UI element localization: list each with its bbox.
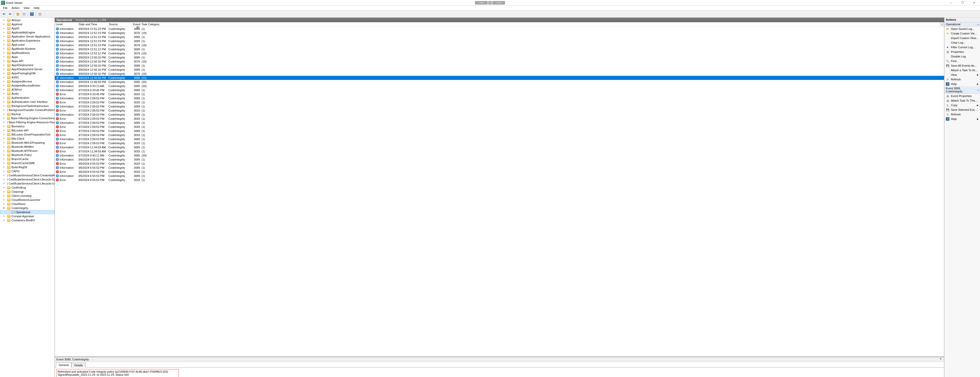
- event-row[interactable]: Information3/8/2024 12:51:23 PMCodeInteg…: [55, 31, 944, 35]
- action-open-saved-log[interactable]: 📂Open Saved Log...: [944, 27, 980, 31]
- event-row[interactable]: Information3/7/2024 2:09:53 PMCodeIntegr…: [55, 137, 944, 141]
- event-row[interactable]: Error3/6/2024 6:55:53 PMCodeIntegrity303…: [55, 170, 944, 174]
- tree-item-containers-bindflt[interactable]: Containers-BindFlt: [0, 218, 54, 222]
- tree-item-bitlocker-api[interactable]: BitLocker-API: [0, 128, 54, 133]
- tree-item-ataport[interactable]: ATAPort: [0, 88, 54, 92]
- tree-item-bluetooth-bthmini[interactable]: Bluetooth-BthMini: [0, 145, 54, 149]
- action-attach-task-to-this-event[interactable]: ▤Attach Task To This Event...: [944, 98, 980, 103]
- event-grid[interactable]: Level Date and Time Source Event ID Task…: [55, 22, 944, 356]
- action-event-properties[interactable]: ▤Event Properties: [944, 94, 980, 98]
- tree-item-cloudrestorelauncher[interactable]: CloudRestoreLauncher: [0, 198, 54, 202]
- event-row[interactable]: Information3/8/2024 9:33:13 AMCodeIntegr…: [55, 84, 944, 88]
- event-row[interactable]: Error3/7/2024 5:33:45 PMCodeIntegrity303…: [55, 92, 944, 96]
- collapse-icon[interactable]: ▴: [977, 89, 978, 91]
- tree-item-appid[interactable]: AppID: [0, 26, 54, 30]
- tree-item-appxdeployment-server[interactable]: AppXDeployment-Server: [0, 67, 54, 71]
- action-properties[interactable]: ▤Properties: [944, 50, 980, 54]
- event-row[interactable]: Information3/8/2024 12:49:59 PMCodeInteg…: [55, 80, 944, 84]
- tab-general[interactable]: General: [56, 363, 72, 367]
- col-eventid[interactable]: Event ID: [132, 22, 140, 27]
- event-row[interactable]: Information3/6/2024 6:55:53 PMCodeIntegr…: [55, 166, 944, 170]
- tree-item-base-filtering-engine-connections[interactable]: Base-Filtering-Engine-Connections: [0, 116, 54, 120]
- tree-item-applicabilityengine[interactable]: ApplicabilityEngine: [0, 30, 54, 34]
- tree-item-compat-appraiser[interactable]: Compat-Appraiser: [0, 214, 54, 218]
- action-save-all-events-as[interactable]: 💾Save All Events As...: [944, 63, 980, 68]
- event-row[interactable]: Error3/7/2024 2:09:53 PMCodeIntegrity303…: [55, 125, 944, 129]
- tree-item-audio[interactable]: Audio: [0, 92, 54, 96]
- tree-item-alljoyn[interactable]: AllJoyn: [0, 18, 54, 22]
- show-hide-tree-button[interactable]: ▦: [15, 11, 21, 17]
- minimize-button[interactable]: —: [945, 0, 956, 5]
- tree-item-capi2[interactable]: CAPI2: [0, 169, 54, 173]
- event-row[interactable]: Information3/8/2024 12:51:12 PMCodeInteg…: [55, 51, 944, 55]
- event-row[interactable]: Information3/8/2024 12:51:23 PMCodeInteg…: [55, 43, 944, 47]
- action-disable-log[interactable]: Disable Log: [944, 54, 980, 59]
- tree-item-authentication[interactable]: Authentication: [0, 96, 54, 100]
- action-import-custom-view[interactable]: Import Custom View...: [944, 36, 980, 40]
- tree-item-apps[interactable]: Apps: [0, 55, 54, 59]
- event-row[interactable]: Information3/8/2024 12:51:23 PMCodeInteg…: [55, 39, 944, 43]
- maximize-button[interactable]: ❐: [956, 0, 968, 5]
- tree-item-cloudstore[interactable]: CloudStore: [0, 202, 54, 206]
- tree-item-client-licensing[interactable]: Client-Licensing: [0, 194, 54, 198]
- action-refresh[interactable]: ↻Refresh: [944, 77, 980, 81]
- tree-item-codeintegrity[interactable]: CodeIntegrity: [0, 206, 54, 210]
- tree-item-asn1[interactable]: ASN1: [0, 75, 54, 79]
- event-row[interactable]: Error3/7/2024 2:09:53 PMCodeIntegrity303…: [55, 100, 944, 104]
- action-clear-log[interactable]: Clear Log...: [944, 40, 980, 45]
- navigation-tree[interactable]: AllJoynAppHostAppIDApplicabilityEngineAp…: [0, 18, 55, 377]
- properties-toolbar-button[interactable]: ▤: [21, 11, 27, 17]
- action-help[interactable]: ?Help▶: [944, 81, 980, 86]
- actions-section-operational[interactable]: Operational▴: [944, 22, 980, 27]
- tree-item-appxpackagingom[interactable]: AppxPackagingOM: [0, 71, 54, 75]
- tree-item-appxdeployment[interactable]: AppXDeployment: [0, 63, 54, 67]
- menu-view[interactable]: View: [21, 6, 32, 10]
- tree-item-certificateservicesclient-credentialroaming[interactable]: CertificateServicesClient-CredentialRoam…: [0, 173, 54, 177]
- tree-item-application-server-applications[interactable]: Application Server-Applications: [0, 34, 54, 38]
- tree-item-authentication-user-interface[interactable]: Authentication User Interface: [0, 100, 54, 104]
- tree-item-assignedaccessbroker[interactable]: AssignedAccessBroker: [0, 83, 54, 88]
- col-date[interactable]: Date and Time: [78, 22, 108, 27]
- tree-item-appreadiness[interactable]: AppReadiness: [0, 51, 54, 55]
- action-copy[interactable]: ⎘Copy▶: [944, 103, 980, 107]
- action-refresh[interactable]: ↻Refresh: [944, 112, 980, 117]
- menu-help[interactable]: Help: [32, 6, 41, 10]
- detail-close-button[interactable]: ✕: [939, 358, 942, 361]
- tree-item-appmodel-runtime[interactable]: AppModel-Runtime: [0, 47, 54, 51]
- event-row[interactable]: Error3/7/2024 2:09:53 PMCodeIntegrity308…: [55, 129, 944, 133]
- tree-item-assignedaccess[interactable]: AssignedAccess: [0, 79, 54, 83]
- tree-item-bluetooth-mtpenum[interactable]: Bluetooth-MTPEnum: [0, 149, 54, 153]
- event-row[interactable]: Error3/6/2024 6:55:53 PMCodeIntegrity303…: [55, 178, 944, 182]
- action-filter-current-log[interactable]: ▼Filter Current Log...: [944, 45, 980, 50]
- action-help[interactable]: ?Help▶: [944, 117, 980, 121]
- tree-item-bluetooth-bthleprepairing[interactable]: Bluetooth-BthLEPrepairing: [0, 141, 54, 145]
- event-row[interactable]: Error3/7/2024 2:09:53 PMCodeIntegrity303…: [55, 109, 944, 113]
- event-row[interactable]: Information3/6/2024 6:55:53 PMCodeIntegr…: [55, 158, 944, 161]
- action-view[interactable]: View▶: [944, 72, 980, 77]
- event-row[interactable]: Information3/7/2024 11:34:03 AMCodeInteg…: [55, 145, 944, 149]
- action-find[interactable]: 🔍Find...: [944, 59, 980, 63]
- tree-item-operational[interactable]: Operational: [0, 210, 54, 214]
- event-row[interactable]: Information3/8/2024 12:50:16 PMCodeInteg…: [55, 68, 944, 72]
- tree-item-backgroundtaskinfrastructure[interactable]: BackgroundTaskInfrastructure: [0, 104, 54, 108]
- help-toolbar-button[interactable]: ?: [29, 11, 35, 17]
- tree-item-cleanmgr[interactable]: Cleanmgr: [0, 190, 54, 194]
- event-row[interactable]: Information3/8/2024 12:50:16 PMCodeInteg…: [55, 59, 944, 64]
- event-row[interactable]: Error3/7/2024 2:09:53 PMCodeIntegrity303…: [55, 117, 944, 121]
- event-row[interactable]: Information3/7/2024 9:43:11 AMCodeIntegr…: [55, 153, 944, 158]
- event-row[interactable]: Information3/8/2024 12:50:16 PMCodeInteg…: [55, 72, 944, 76]
- event-row[interactable]: Information3/7/2024 2:09:53 PMCodeIntegr…: [55, 96, 944, 100]
- event-row[interactable]: Error3/7/2024 2:09:53 PMCodeIntegrity303…: [55, 141, 944, 145]
- tree-item-branchcache[interactable]: BranchCache: [0, 157, 54, 161]
- event-row[interactable]: Information3/7/2024 2:09:53 PMCodeIntegr…: [55, 113, 944, 117]
- event-row[interactable]: Information3/7/2024 5:33:45 PMCodeIntegr…: [55, 88, 944, 92]
- tree-item-biometrics[interactable]: Biometrics: [0, 124, 54, 128]
- tree-item-bitlocker-drivepreparationtool[interactable]: BitLocker-DrivePreparationTool: [0, 133, 54, 137]
- extra-toolbar-button[interactable]: ▥: [37, 11, 43, 17]
- tab-details[interactable]: Details: [72, 363, 86, 367]
- action-save-selected-events[interactable]: 💾Save Selected Events...: [944, 107, 980, 112]
- back-button[interactable]: ⬅: [1, 11, 6, 17]
- action-create-custom-view[interactable]: ▼Create Custom View...: [944, 31, 980, 36]
- event-row[interactable]: Information3/7/2024 2:09:53 PMCodeIntegr…: [55, 104, 944, 109]
- col-level[interactable]: Level: [55, 22, 78, 27]
